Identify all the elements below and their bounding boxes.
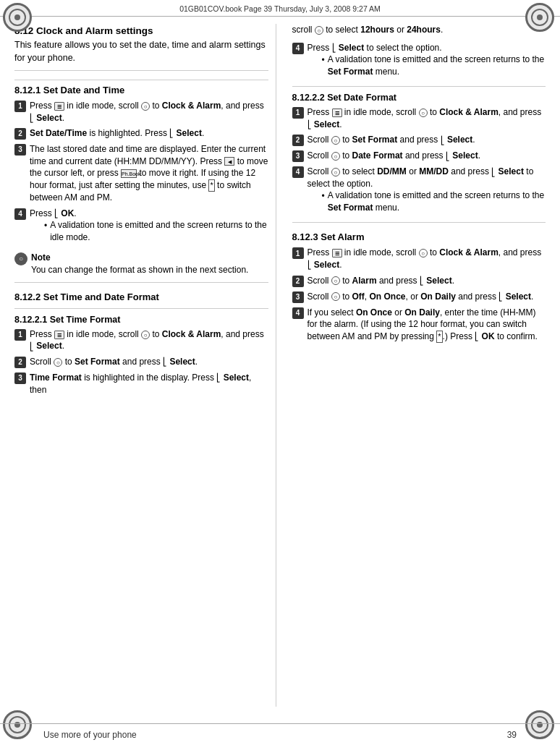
footer-left: Use more of your phone	[43, 730, 137, 740]
select-icon-5: ⎣	[163, 357, 167, 367]
select-icon-11: ⎣	[491, 167, 496, 178]
right-column: scroll ○ to select 12hours or 24hours. 4…	[289, 24, 546, 707]
select-icon-6: ⎣	[216, 372, 221, 383]
section-81222-title: 8.12.2.2 Set Date Format	[292, 93, 546, 103]
section-8122-title: 8.12.2 Set Time and Date Format	[14, 291, 268, 302]
step-8123-1: 1 Press ☰ in idle mode, scroll ○ to Cloc…	[292, 247, 546, 271]
bullet-81221-4: • A validation tone is emitted and the s…	[322, 54, 546, 77]
select-icon-9: ⎣	[441, 135, 445, 146]
steps-81221: 1 Press ☰ in idle mode, scroll ○ to Cloc…	[14, 328, 268, 396]
step-81221-2: 2 Scroll ○ to Set Format and press ⎣ Sel…	[14, 356, 268, 368]
select-icon-12: ⎣	[307, 260, 312, 271]
section-812-title: 8.12 Clock and Alarm settings	[14, 25, 268, 36]
divider-1	[14, 70, 268, 71]
select-icon-10: ⎣	[446, 151, 450, 162]
menu-icon: ☰	[54, 102, 64, 111]
divider-5	[292, 222, 546, 223]
note-8121: ○ Note You can change the format as show…	[14, 252, 268, 276]
page-header: 01GB01COV.book Page 39 Thursday, July 3,…	[0, 0, 560, 17]
steps-8121: 1 Press ☰ in idle mode, scroll ○ to Cloc…	[14, 100, 268, 246]
steps-8123: 1 Press ☰ in idle mode, scroll ○ to Cloc…	[292, 247, 546, 343]
main-content: 8.12 Clock and Alarm settings This featu…	[0, 17, 560, 714]
star-key-icon: *	[208, 179, 214, 192]
nav-icon-5: ○	[419, 108, 428, 117]
select-icon-13: ⎣	[420, 276, 424, 286]
nav-icon-6: ○	[331, 136, 340, 145]
step-81221-3: 3 Time Format is highlighted in the disp…	[14, 372, 268, 396]
step-81222-1: 1 Press ☰ in idle mode, scroll ○ to Cloc…	[292, 106, 546, 130]
page-footer: Use more of your phone 39	[0, 723, 560, 745]
select-icon: ⎣	[30, 113, 34, 124]
nav-icon: ○	[141, 102, 150, 111]
left-key-icon: ◀	[224, 157, 234, 166]
divider-4	[292, 86, 546, 87]
select-icon-4: ⎣	[30, 341, 34, 352]
bullet-8121-4: • A validation tone is emitted and the s…	[44, 219, 268, 243]
header-text: 01GB01COV.book Page 39 Thursday, July 3,…	[179, 4, 381, 13]
footer-right: 39	[507, 730, 517, 740]
select-icon-3: ⎣	[54, 208, 59, 219]
select-icon-2: ⎣	[169, 128, 174, 139]
menu-icon-4: ☰	[332, 249, 342, 257]
select-icon-14: ⎣	[499, 291, 503, 302]
divider-3	[14, 308, 268, 309]
step-8121-3: 3 The last stored date and time are disp…	[14, 143, 268, 204]
select-icon-8: ⎣	[307, 119, 312, 130]
step-8123-2: 2 Scroll ○ to Alarm and press ⎣ Select.	[292, 275, 546, 287]
step-81222-2: 2 Scroll ○ to Set Format and press ⎣ Sel…	[292, 134, 546, 146]
divider-2	[14, 282, 268, 283]
star-key-icon-2: *	[436, 331, 442, 343]
step-81221-4: 4 Press ⎣ Select to select the option. •…	[292, 42, 546, 81]
note-icon: ○	[14, 252, 27, 265]
corner-decoration-tl	[3, 3, 35, 35]
step-81221-1: 1 Press ☰ in idle mode, scroll ○ to Cloc…	[14, 328, 268, 352]
step-8123-4: 4 If you select On Once or On Daily, ent…	[292, 307, 546, 344]
bullet-81222-4: • A validation tone is emitted and the s…	[322, 190, 546, 213]
nav-icon-3: ○	[54, 358, 62, 367]
section-8123-title: 8.12.3 Set Alarm	[292, 231, 546, 242]
left-column: 8.12 Clock and Alarm settings This featu…	[14, 24, 276, 707]
right-key-icon: Ph.Book	[121, 169, 137, 178]
nav-icon-8: ○	[331, 168, 340, 176]
nav-icon-7: ○	[331, 152, 340, 161]
step-81222-4: 4 Scroll ○ to select DD/MM or MM/DD and …	[292, 166, 546, 216]
step-8121-1: 1 Press ☰ in idle mode, scroll ○ to Cloc…	[14, 100, 268, 124]
nav-icon-9: ○	[419, 249, 428, 257]
step-8123-3: 3 Scroll ○ to Off, On Once, or On Daily …	[292, 291, 546, 303]
nav-icon-4: ○	[315, 26, 323, 35]
menu-icon-2: ☰	[54, 331, 64, 339]
nav-icon-11: ○	[331, 292, 340, 301]
steps-81221-cont: 4 Press ⎣ Select to select the option. •…	[292, 42, 546, 81]
step-8121-4: 4 Press ⎣ OK. • A validation tone is emi…	[14, 208, 268, 247]
nav-icon-10: ○	[331, 276, 340, 285]
section-812-subtitle: This feature allows you to set the date,…	[14, 39, 268, 64]
section-81221-title: 8.12.2.1 Set Time Format	[14, 315, 268, 325]
section-8121-title: 8.12.1 Set Date and Time	[14, 80, 268, 95]
step-81222-3: 3 Scroll ○ to Date Format and press ⎣ Se…	[292, 150, 546, 162]
select-icon-7: ⎣	[332, 43, 336, 54]
corner-decoration-tr	[525, 3, 557, 35]
step-8121-2: 2 Set Date/Time is highlighted. Press ⎣ …	[14, 127, 268, 140]
steps-81222: 1 Press ☰ in idle mode, scroll ○ to Cloc…	[292, 106, 546, 216]
nav-icon-2: ○	[141, 331, 150, 339]
menu-icon-3: ☰	[332, 108, 342, 117]
step-81221-3-cont: scroll ○ to select 12hours or 24hours.	[292, 24, 546, 36]
select-icon-15: ⎣	[475, 331, 479, 342]
